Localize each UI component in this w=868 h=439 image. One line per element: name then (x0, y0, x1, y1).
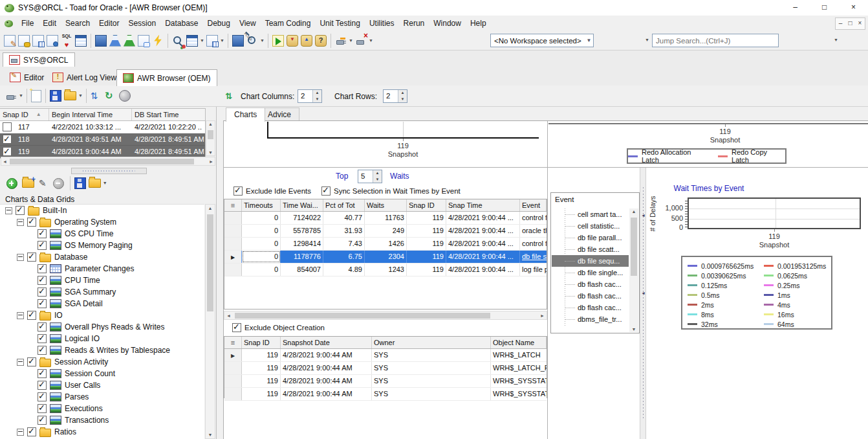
checkbox[interactable] (321, 186, 331, 196)
grid-options-icon[interactable] (224, 337, 242, 348)
new-connection-dropdown-icon[interactable]: ▼ (348, 35, 354, 47)
spin-up-icon[interactable]: ▲ (398, 90, 407, 96)
connection-tab-sys-orcl[interactable]: SYS@ORCL (3, 52, 75, 67)
scroll-down-icon[interactable]: ▼ (206, 433, 215, 437)
column-header-snap-id[interactable]: Snap ID (242, 337, 281, 348)
project-manager-icon[interactable] (75, 35, 87, 47)
collapse-left-icon[interactable]: ◄ (641, 291, 646, 295)
event-item[interactable]: db flash cac... (552, 302, 629, 313)
chart-columns-spinner[interactable]: 2 ▲▼ (298, 89, 322, 103)
menu-file[interactable]: File (17, 17, 38, 30)
new-connection-icon[interactable] (335, 35, 347, 47)
tree-item-parameter-changes[interactable]: Parameter Changes (0, 263, 204, 275)
scroll-left-icon[interactable]: ◄ (3, 159, 7, 164)
column-header-snapshot-date[interactable]: Snapshot Date (281, 337, 372, 348)
waits-grid-hscrollbar[interactable]: ◄ ► (224, 311, 547, 320)
tree-item-sga-summary[interactable]: SGA Summary (0, 286, 204, 298)
menu-debug[interactable]: Debug (203, 17, 235, 30)
execute-toggle-icon[interactable] (272, 35, 284, 47)
column-header-owner[interactable]: Owner (372, 337, 491, 348)
tree-item-built-in[interactable]: Built-In (0, 205, 204, 216)
collapse-icon[interactable] (17, 254, 24, 261)
scroll-down-icon[interactable]: ▼ (206, 150, 215, 155)
collapse-icon[interactable] (17, 219, 24, 226)
event-item[interactable]: db flash cac... (552, 278, 629, 290)
new-code-test-icon[interactable] (124, 35, 135, 47)
menu-utilities[interactable]: Utilities (365, 17, 399, 30)
waits-row[interactable]: 0557878531.932491194/28/2021 9:00:44 ...… (224, 225, 547, 238)
checkbox[interactable] (3, 122, 12, 131)
code-review-icon[interactable] (138, 35, 149, 47)
column-header-snap-time[interactable]: Snap Time (446, 199, 520, 211)
event-item[interactable]: cell smart ta... (552, 208, 629, 220)
connection-selector-dropdown-icon[interactable]: ▼ (18, 90, 24, 102)
connection-selector-icon[interactable] (5, 90, 17, 102)
remove-icon[interactable] (53, 178, 64, 189)
checkbox[interactable] (27, 218, 36, 227)
tree-item-reads-writes-by-tablespace[interactable]: Reads & Writes by Tablespace (0, 344, 204, 356)
column-header-object-name[interactable]: Object Name (491, 337, 547, 348)
tree-item-io[interactable]: IO (0, 310, 204, 321)
object-describe-icon[interactable] (95, 35, 107, 47)
scroll-right-icon[interactable]: ► (540, 313, 545, 318)
spin-down-icon[interactable]: ▼ (313, 96, 321, 103)
code-tester-icon[interactable] (109, 35, 121, 47)
workspace-dropdown-icon[interactable]: ▼ (644, 34, 650, 46)
scroll-up-icon[interactable]: ▲ (629, 209, 638, 214)
column-header-begin-interval-time[interactable]: Begin Interval Time (49, 109, 132, 120)
object-row[interactable]: 1194/28/2021 9:00:44 AMSYSWRH$_LATCH (224, 349, 547, 362)
snapshot-grid-vscrollbar[interactable]: ▲ ▼ (206, 120, 215, 156)
column-header-waits[interactable]: Waits (365, 199, 407, 211)
waits-row-selected[interactable]: 011787766.7523041194/28/2021 9:00:44 ...… (224, 251, 547, 264)
menu-editor[interactable]: Editor (94, 17, 124, 30)
maximize-icon[interactable]: □ (810, 0, 839, 16)
disconnect-icon[interactable] (355, 35, 367, 47)
checkbox[interactable] (38, 241, 47, 250)
add-folder-icon[interactable] (22, 179, 34, 188)
mdi-close-icon[interactable]: × (855, 18, 865, 29)
checkbox[interactable] (38, 229, 47, 238)
open-folder-dropdown-icon[interactable]: ▼ (102, 177, 108, 189)
event-item[interactable]: dbms_file_tr... (552, 313, 629, 325)
waits-row[interactable]: 012984147.4314261194/28/2021 9:00:44 ...… (224, 238, 547, 251)
jump-search-input[interactable] (652, 34, 779, 47)
check-out-icon[interactable] (301, 35, 312, 47)
chart-grid-divider-horizontal[interactable] (224, 167, 868, 168)
grid-options-icon[interactable] (224, 199, 242, 211)
event-item[interactable]: db file parall... (552, 232, 629, 243)
tree-item-database[interactable]: Database (0, 251, 204, 263)
object-row[interactable]: 1194/28/2021 9:00:44 AMSYSWRH$_SYSSTAT_ (224, 388, 547, 401)
tree-item-cpu-time[interactable]: CPU Time (0, 275, 204, 286)
er-diagram-icon[interactable] (206, 35, 218, 47)
checkbox[interactable] (27, 427, 36, 436)
menu-rerun[interactable]: Rerun (399, 17, 429, 30)
exclude-object-creation-checkbox[interactable]: Exclude Object Creation (232, 323, 325, 332)
session-browser-icon[interactable] (47, 35, 58, 47)
schema-browser-icon[interactable] (18, 35, 30, 47)
tree-item-sga-detail[interactable]: SGA Detail (0, 298, 204, 310)
checkbox[interactable] (38, 264, 47, 273)
workspace-selector[interactable]: <No Workspace selected> ▼ (490, 34, 594, 47)
web-icon[interactable] (119, 90, 131, 102)
save-icon[interactable] (74, 177, 86, 189)
refresh-icon[interactable]: ↻ (105, 90, 116, 102)
snapshot-row[interactable]: 118 4/28/2021 8:49:51 AM 4/28/2021 8:49:… (0, 133, 205, 146)
tree-item-logical-io[interactable]: Logical IO (0, 333, 204, 344)
event-list-vscrollbar[interactable]: ▲ ▼ (629, 208, 638, 332)
column-header-timeouts[interactable]: Timeouts (242, 199, 281, 211)
new-editor-icon[interactable] (4, 35, 16, 47)
spin-up-icon[interactable]: ▲ (313, 90, 321, 96)
checkbox[interactable] (38, 322, 47, 332)
menu-edit[interactable]: Edit (38, 17, 61, 30)
event-item-selected[interactable]: db file sequ... (552, 255, 629, 267)
waits-row[interactable]: 08540074.8912431194/28/2021 9:00:44 ...l… (224, 264, 547, 276)
checkbox[interactable] (38, 404, 47, 413)
help-dropdown-icon[interactable]: ▼ (833, 34, 839, 46)
checkbox[interactable] (233, 186, 243, 196)
checkbox[interactable] (38, 287, 47, 297)
database-browser-icon[interactable] (32, 35, 44, 47)
event-item[interactable]: db file single... (552, 267, 629, 278)
chart-grid-divider-vertical[interactable] (547, 121, 548, 439)
checkbox[interactable] (38, 416, 47, 425)
object-row[interactable]: 1194/28/2021 9:00:44 AMSYSWRH$_LATCH_PH (224, 362, 547, 375)
